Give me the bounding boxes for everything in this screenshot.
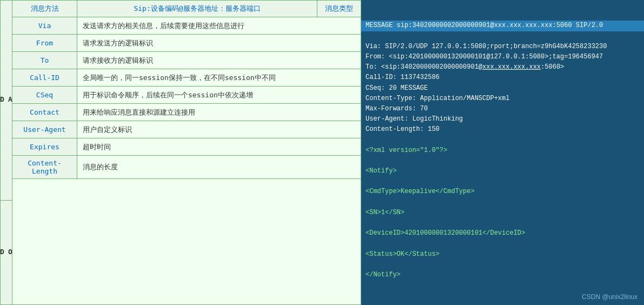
code-line	[366, 136, 369, 143]
xml-deviceid-line: <DeviceID>42010000001320000101</DeviceID…	[366, 228, 640, 238]
top-header-row: 消息方法 Sip:设备编码@服务器地址：服务器端口 消息类型	[12, 1, 361, 17]
xml-line: <CmdType>Keepalive</CmdType>	[366, 187, 640, 197]
row-key: CSeq	[12, 87, 77, 103]
row-key: Content-Length	[12, 156, 77, 178]
row-key: Via	[12, 17, 77, 34]
xml-line: </Notify>	[366, 270, 640, 280]
row-key: To	[12, 52, 77, 69]
table-row: Call-ID 全局唯一的，同一session保持一致，在不同session中不…	[12, 69, 361, 87]
row-value: 用户自定义标识	[77, 121, 361, 138]
row-value: 发送请求方的相关信息，后续需要使用这些信息进行	[77, 17, 361, 34]
body-section	[12, 179, 361, 304]
body-section-label: BODY	[1, 201, 12, 304]
row-value: 请求接收方的逻辑标识	[77, 52, 361, 69]
watermark: CSDN @unix2linux	[582, 293, 638, 301]
sip-header: Sip:设备编码@服务器地址：服务器端口	[77, 1, 317, 17]
row-value: 用来给响应消息直接和源建立连接用	[77, 104, 361, 121]
row-value: 全局唯一的，同一session保持一致，在不同session中不同	[77, 69, 361, 86]
row-value: 请求发送方的逻辑标识	[77, 35, 361, 51]
labels-container: HEADER BODY	[1, 1, 12, 304]
row-value: 超时时间	[77, 138, 361, 155]
table-row: CSeq 用于标识命令顺序，后续在同一个session中依次递增	[12, 87, 361, 104]
xml-line: <Status>OK</Status>	[366, 249, 640, 260]
method-header: 消息方法	[12, 1, 77, 17]
xml-line: <Notify>	[366, 166, 640, 176]
left-panel: HEADER BODY 消息方法 Sip:设备编码@服务器地址：服务器端口 消息…	[0, 0, 361, 305]
row-key: Call-ID	[12, 69, 77, 86]
table-row: Content-Length 消息的长度	[12, 156, 361, 178]
xml-line: <SN>1</SN>	[366, 208, 640, 218]
left-content: 消息方法 Sip:设备编码@服务器地址：服务器端口 消息类型 Via 发送请求方…	[12, 1, 361, 304]
table-section: 消息方法 Sip:设备编码@服务器地址：服务器端口 消息类型 Via 发送请求方…	[12, 1, 361, 179]
row-value: 消息的长度	[77, 156, 361, 178]
row-value: 用于标识命令顺序，后续在同一个session中依次递增	[77, 87, 361, 103]
xml-line: <?xml version="1.0"?>	[366, 145, 640, 156]
code-line: Content-Type: Application/MANSCDP+xml	[366, 95, 509, 102]
row-key: User-Agent	[12, 121, 77, 138]
code-line: CSeq: 20 MESSAGE	[366, 84, 428, 92]
code-line: Via: SIP/2.0/UDP 127.0.0.1:5080;rport;br…	[366, 43, 607, 50]
row-key: Expires	[12, 138, 77, 155]
code-line: Max-Forwards: 70	[366, 105, 428, 112]
table-row: To 请求接收方的逻辑标识	[12, 52, 361, 69]
table-row: From 请求发送方的逻辑标识	[12, 35, 361, 52]
table-row: Contact 用来给响应消息直接和源建立连接用	[12, 104, 361, 121]
type-header: 消息类型	[317, 1, 361, 17]
header-section-label: HEADER	[1, 1, 12, 201]
code-line: Call-ID: 1137432586	[366, 74, 440, 81]
table-row: Expires 超时时间	[12, 138, 361, 156]
row-key: Contact	[12, 104, 77, 121]
code-line: Content-Length: 150	[366, 125, 440, 133]
code-line: From: <sip:42010000001320000101@127.0.0.…	[366, 53, 603, 61]
code-block: MESSAGE sip:34020000002000000901@xxx.xxx…	[366, 4, 640, 301]
code-line: To: <sip:34020000002000000901@xxx.xxx.xx…	[366, 63, 564, 71]
table-row: User-Agent 用户自定义标识	[12, 121, 361, 138]
code-line-highlight: MESSAGE sip:34020000002000000901@xxx.xxx…	[361, 21, 644, 31]
right-panel: MESSAGE sip:34020000002000000901@xxx.xxx…	[361, 0, 644, 305]
table-row: Via 发送请求方的相关信息，后续需要使用这些信息进行	[12, 17, 361, 35]
code-line: User-Agent: LogicThinking	[366, 115, 463, 123]
row-key: From	[12, 35, 77, 51]
